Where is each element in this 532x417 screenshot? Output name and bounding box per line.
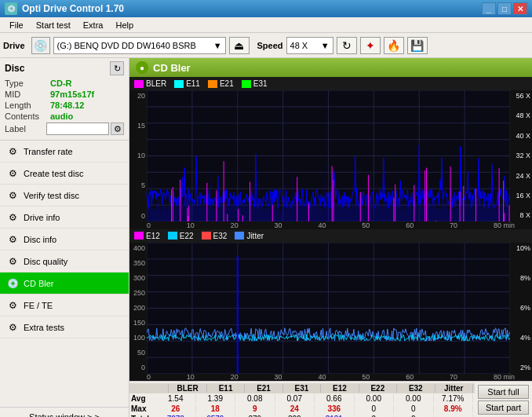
drive-info-icon: ⚙ — [6, 211, 19, 224]
minimize-button[interactable]: _ — [482, 2, 496, 15]
sidebar-nav: ⚙ Transfer rate ⚙ Create test disc ⚙ Ver… — [0, 141, 129, 407]
upper-y-8: 8 X — [512, 211, 530, 219]
stats-col-e21: E21 — [245, 384, 282, 393]
disc-refresh-button[interactable]: ↻ — [110, 61, 124, 75]
drive-select-arrow: ▼ — [213, 41, 222, 50]
erase-button[interactable]: ✦ — [360, 37, 381, 54]
stats-area: BLER E11 E21 E31 E12 E22 E32 Jitter Avg … — [129, 381, 532, 417]
stats-avg-e31: 0.07 — [275, 394, 315, 403]
drive-bar: Drive 💿 (G:) BENQ DVD DD DW1640 BSRB ▼ ⏏… — [0, 33, 532, 58]
sidebar-item-drive-info[interactable]: ⚙ Drive info — [0, 207, 129, 229]
stats-avg-e22: 0.00 — [355, 394, 395, 403]
sidebar-item-verify-test-disc[interactable]: ⚙ Verify test disc — [0, 185, 129, 207]
app-icon: 💿 — [5, 2, 17, 15]
lx-50: 50 — [362, 373, 370, 381]
drive-icon-btn[interactable]: 💿 — [31, 37, 50, 54]
chart-icon: ● — [136, 61, 148, 74]
upper-legend: BLER E11 E21 E31 — [129, 77, 532, 90]
upper-y-40: 40 X — [512, 132, 530, 140]
lower-y-10: 10% — [512, 244, 530, 252]
x-30: 30 — [275, 221, 282, 229]
menu-file[interactable]: File — [3, 19, 30, 31]
lx-70: 70 — [450, 373, 457, 381]
legend-bler: BLER — [146, 79, 166, 88]
lx-0: 0 — [147, 373, 151, 381]
stats-row-max: Max 26 18 9 24 336 0 0 8.9% — [129, 404, 475, 414]
stats-avg-e32: 0.00 — [394, 394, 434, 403]
stats-avg-e21: 0.08 — [235, 394, 275, 403]
menu-start-test[interactable]: Start test — [30, 19, 77, 31]
sidebar-item-fe-te[interactable]: ⚙ FE / TE — [0, 294, 129, 316]
lower-y-2: 2% — [512, 364, 530, 371]
x-80-min: 80 min — [494, 221, 515, 229]
lx-10: 10 — [187, 373, 195, 381]
stats-max-e21: 9 — [235, 404, 275, 413]
eject-button[interactable]: ⏏ — [229, 37, 250, 54]
stats-col-bler: BLER — [169, 384, 206, 393]
create-test-disc-label: Create test disc — [24, 169, 83, 178]
legend-jitter: Jitter — [246, 232, 264, 240]
drive-select[interactable]: (G:) BENQ DVD DD DW1640 BSRB ▼ — [53, 37, 226, 54]
sidebar: Disc ↻ Type CD-R MID 97m15s17f Length 78… — [0, 58, 129, 417]
stats-max-e22: 0 — [355, 404, 395, 413]
contents-label: Contents — [5, 112, 50, 121]
label-edit-button[interactable]: ⚙ — [111, 123, 124, 135]
legend-e32: E32 — [213, 232, 228, 240]
refresh-drive-button[interactable]: ↻ — [337, 37, 357, 54]
chart-area: ● CD Bler BLER E11 E21 — [129, 58, 532, 417]
menu-extra[interactable]: Extra — [77, 19, 110, 31]
status-window-button[interactable]: Status window > > — [0, 407, 129, 417]
stats-col-e22: E22 — [359, 384, 397, 393]
close-button[interactable]: ✕ — [513, 2, 527, 15]
lower-y-6: 6% — [512, 304, 530, 312]
legend-e21: E21 — [220, 79, 234, 88]
drive-select-value: (G:) BENQ DVD DD DW1640 BSRB — [57, 41, 196, 50]
stats-max-jitter: 8.9% — [434, 404, 474, 413]
save-button[interactable]: 💾 — [407, 37, 428, 54]
stats-max-e31: 24 — [275, 404, 315, 413]
stats-col-empty — [131, 384, 169, 393]
start-full-button[interactable]: Start full — [478, 385, 529, 399]
start-part-button[interactable]: Start part — [478, 401, 529, 415]
stats-avg-jitter: 7.17% — [434, 394, 474, 403]
legend-e12: E12 — [146, 232, 160, 240]
speed-arrow: ▼ — [321, 41, 330, 50]
maximize-button[interactable]: □ — [497, 2, 512, 15]
stats-avg-bler: 1.54 — [156, 394, 196, 403]
upper-y-24: 24 X — [512, 172, 530, 180]
stats-row-total: Total 7278 6579 379 320 3131 0 0 — [129, 414, 475, 417]
lx-30: 30 — [275, 373, 282, 381]
upper-y-32: 32 X — [512, 152, 530, 159]
sidebar-item-disc-quality[interactable]: ⚙ Disc quality — [0, 251, 129, 273]
cd-bler-label: CD Bler — [24, 279, 54, 288]
speed-value: 48 X — [290, 41, 308, 50]
sidebar-item-transfer-rate[interactable]: ⚙ Transfer rate — [0, 141, 129, 163]
cd-bler-icon: 💿 — [6, 277, 19, 290]
sidebar-item-create-test-disc[interactable]: ⚙ Create test disc — [0, 163, 129, 185]
x-60: 60 — [406, 221, 414, 229]
verify-test-disc-icon: ⚙ — [6, 189, 19, 202]
sidebar-item-disc-info[interactable]: ⚙ Disc info — [0, 229, 129, 251]
stats-avg-label: Avg — [131, 394, 156, 403]
stats-max-e32: 0 — [394, 404, 434, 413]
x-50: 50 — [362, 221, 370, 229]
menu-bar: File Start test Extra Help — [0, 17, 532, 33]
lx-60: 60 — [406, 373, 414, 381]
legend-e11: E11 — [186, 79, 200, 88]
create-test-disc-icon: ⚙ — [6, 167, 19, 180]
stats-col-e11: E11 — [207, 384, 245, 393]
title-bar: 💿 Opti Drive Control 1.70 _ □ ✕ — [0, 0, 532, 17]
speed-select[interactable]: 48 X ▼ — [286, 37, 333, 54]
extra-tests-label: Extra tests — [24, 323, 64, 332]
burn-button[interactable]: 🔥 — [384, 37, 404, 54]
x-40: 40 — [318, 221, 326, 229]
upper-y-16: 16 X — [512, 192, 530, 199]
label-input[interactable] — [46, 123, 109, 135]
menu-help[interactable]: Help — [109, 19, 140, 31]
length-label: Length — [5, 101, 50, 110]
x-70: 70 — [450, 221, 457, 229]
disc-info-label: Disc info — [24, 235, 56, 244]
stats-avg-e11: 1.39 — [196, 394, 236, 403]
sidebar-item-cd-bler[interactable]: 💿 CD Bler — [0, 273, 129, 294]
sidebar-item-extra-tests[interactable]: ⚙ Extra tests — [0, 316, 129, 338]
